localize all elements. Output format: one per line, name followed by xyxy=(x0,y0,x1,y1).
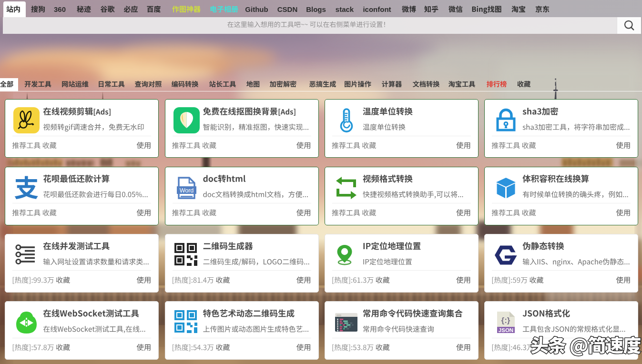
svg-text:Word: Word xyxy=(179,187,194,193)
svg-text:{:}: {:} xyxy=(501,316,510,325)
svg-text:JSON: JSON xyxy=(499,327,513,333)
